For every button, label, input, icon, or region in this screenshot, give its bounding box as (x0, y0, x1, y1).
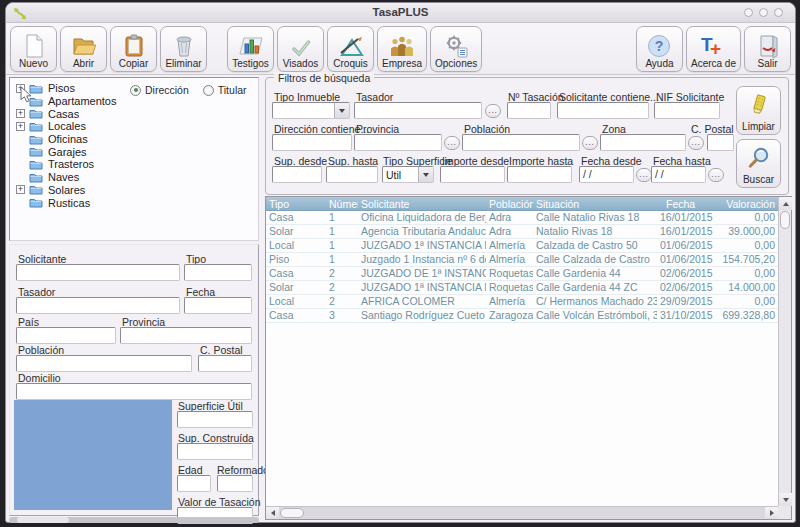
table-row[interactable]: Local 2 AFRICA COLOMER Almería C/ Herman… (266, 295, 778, 309)
solicitante-field[interactable] (16, 264, 180, 281)
vertical-scrollbar[interactable] (778, 197, 791, 506)
acerca-de-button[interactable]: T+ Acerca de (686, 26, 741, 72)
pais-field[interactable] (16, 327, 116, 344)
window-control-button[interactable] (759, 8, 768, 17)
fecha-field[interactable] (184, 297, 252, 314)
buscar-button[interactable]: Buscar (736, 139, 781, 188)
limpiar-button[interactable]: Limpiar (736, 86, 781, 135)
column-header-numero[interactable]: Número (326, 197, 358, 210)
eliminar-button[interactable]: Eliminar (160, 26, 207, 72)
tipo-inmueble-select[interactable] (272, 102, 350, 119)
column-header-solicitante[interactable]: Solicitante (358, 197, 486, 210)
provincia-field[interactable] (120, 327, 252, 344)
poblacion-filter-field[interactable] (462, 134, 580, 151)
scrollbar-thumb[interactable] (17, 517, 69, 523)
expand-plus-icon[interactable]: + (16, 109, 25, 118)
window-control-button[interactable] (774, 8, 783, 17)
empresa-button[interactable]: Empresa (377, 26, 427, 72)
table-row[interactable]: Piso 1 Juzgado 1 Instancia nº 6 de Alme … (266, 253, 778, 267)
reformado-field[interactable] (217, 475, 253, 492)
radio-button-icon[interactable] (130, 85, 141, 96)
title-bar[interactable]: TasaPLUS (6, 3, 795, 23)
tree-item-locales[interactable]: + Locales (16, 120, 116, 133)
tree-item-casas[interactable]: + Casas (16, 107, 116, 120)
domicilio-field[interactable] (16, 383, 252, 400)
window-control-button[interactable] (744, 8, 753, 17)
table-row[interactable]: Casa 2 JUZGADO DE 1ª INSTANCIA Nº Roquet… (266, 267, 778, 281)
ayuda-button[interactable]: ? Ayuda (636, 26, 683, 72)
importe-desde-field[interactable] (440, 166, 505, 183)
poblacion-browse-button[interactable]: ... (582, 136, 598, 150)
c-postal-filter-field[interactable] (707, 134, 734, 151)
table-row[interactable]: Casa 3 Santiago Rodríguez Cueto Zaragoza… (266, 309, 778, 323)
tasador-field[interactable] (16, 297, 180, 314)
scroll-right-button[interactable] (765, 507, 778, 519)
column-header-poblacion[interactable]: Población (486, 197, 533, 210)
solicitante-contiene-field[interactable] (557, 102, 649, 119)
provincia-filter-field[interactable] (354, 134, 442, 151)
scroll-left-button[interactable] (266, 507, 279, 519)
expand-plus-icon[interactable]: + (16, 84, 25, 93)
tasador-browse-button[interactable]: ... (485, 104, 501, 118)
table-row[interactable]: Solar 1 Agencia Tributaria Andalucia. Of… (266, 225, 778, 239)
tipo-superficie-select[interactable]: Util (382, 166, 434, 183)
c-postal-field[interactable] (198, 355, 252, 372)
n-tasacion-field[interactable] (507, 102, 551, 119)
opciones-button[interactable]: Opciones (430, 26, 482, 72)
horizontal-scrollbar[interactable] (266, 506, 778, 519)
table-row[interactable]: Local 1 JUZGADO 1ª INSTANCIA Nº 6 A Alme… (266, 239, 778, 253)
fecha-desde-browse-button[interactable]: ... (636, 168, 652, 182)
tipo-field[interactable] (184, 264, 252, 281)
radio-direccion[interactable]: Dirección (130, 84, 189, 96)
zona-field[interactable] (600, 134, 686, 151)
dropdown-arrow-icon[interactable] (418, 167, 433, 182)
scroll-down-button[interactable] (779, 493, 792, 506)
expand-plus-icon[interactable]: + (16, 122, 25, 131)
tree-item-trasteros[interactable]: Trasteros (16, 158, 116, 171)
poblacion-field[interactable] (16, 355, 192, 372)
column-header-tipo[interactable]: Tipo (266, 197, 326, 210)
tree-item-rusticas[interactable]: Rusticas (16, 196, 116, 209)
visados-button[interactable]: Visados (277, 26, 324, 72)
sup-desde-field[interactable] (272, 166, 322, 183)
tree-item-naves[interactable]: Naves (16, 171, 116, 184)
tree-item-oficinas[interactable]: Oficinas (16, 133, 116, 146)
fecha-desde-field[interactable]: / / (579, 166, 634, 183)
scrollbar-thumb[interactable] (780, 211, 790, 229)
importe-hasta-field[interactable] (507, 166, 572, 183)
direccion-contiene-field[interactable] (272, 134, 352, 151)
sup-hasta-field[interactable] (326, 166, 378, 183)
radio-titular[interactable]: Titular (203, 84, 247, 96)
zona-browse-button[interactable]: ... (688, 136, 704, 150)
table-row[interactable]: Solar 2 JUZGADO 1ª INSTANCIA Nº 6 D Roqu… (266, 281, 778, 295)
tree-item-garajes[interactable]: Garajes (16, 145, 116, 158)
nuevo-button[interactable]: Nuevo (10, 26, 57, 72)
fecha-hasta-field[interactable]: / / (651, 166, 706, 183)
tree-item-apartamentos[interactable]: Apartamentos (16, 95, 116, 108)
scrollbar-thumb[interactable] (280, 508, 304, 518)
provincia-browse-button[interactable]: ... (444, 136, 460, 150)
copiar-button[interactable]: Copiar (110, 26, 157, 72)
radio-button-icon[interactable] (203, 85, 214, 96)
expand-plus-icon[interactable]: + (16, 185, 25, 194)
edad-field[interactable] (177, 475, 211, 492)
abrir-button[interactable]: Abrir (60, 26, 107, 72)
croquis-button[interactable]: Croquis (327, 26, 374, 72)
column-header-valoracion[interactable]: Valoración (713, 197, 778, 210)
tasador-filter-field[interactable] (354, 102, 482, 119)
tree-item-pisos[interactable]: + Pisos (16, 82, 116, 95)
cell-situacion: C/ Hermanos Machado 23 (533, 295, 657, 308)
table-row[interactable]: Casa 1 Oficina Liquidadora de Berja Adra… (266, 211, 778, 225)
tree-item-solares[interactable]: + Solares (16, 184, 116, 197)
sup-construida-field[interactable] (177, 443, 253, 460)
column-header-situacion[interactable]: Situación (533, 197, 657, 210)
dropdown-arrow-icon[interactable] (334, 103, 349, 118)
scroll-up-button[interactable] (779, 197, 792, 210)
salir-button[interactable]: Salir (744, 26, 791, 72)
superficie-util-field[interactable] (177, 411, 253, 428)
left-panel-hscrollbar[interactable] (9, 517, 259, 523)
nif-solicitante-field[interactable] (654, 102, 720, 119)
column-header-fecha[interactable]: Fecha (657, 197, 713, 210)
fecha-hasta-browse-button[interactable]: ... (708, 168, 724, 182)
testigos-button[interactable]: Testigos (227, 26, 274, 72)
